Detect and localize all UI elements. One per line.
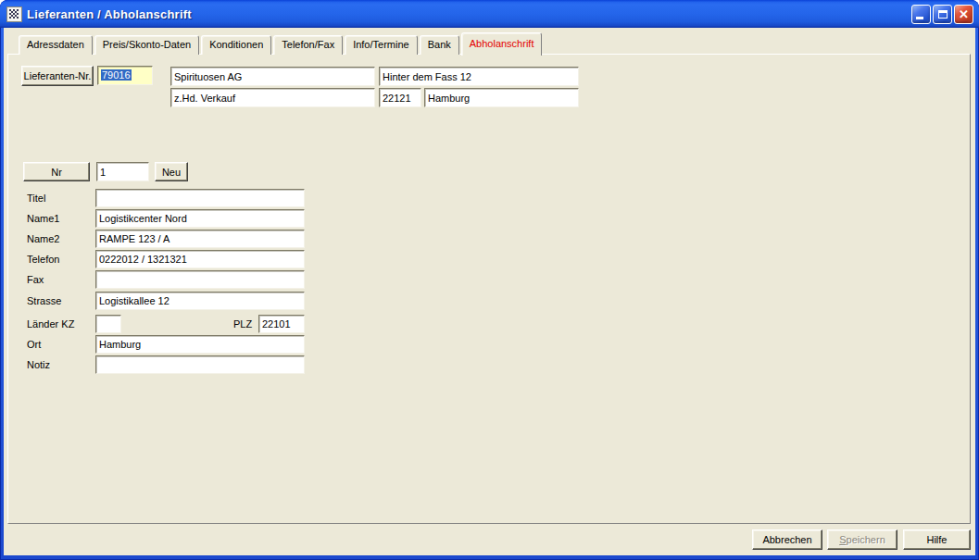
speichern-button-label: Speichern xyxy=(828,530,897,549)
name2-input[interactable] xyxy=(95,230,305,248)
neu-button-label: Neu xyxy=(156,164,187,180)
notiz-label: Notiz xyxy=(27,355,50,374)
plz-input[interactable] xyxy=(258,315,305,333)
speichern-button[interactable]: Speichern xyxy=(827,529,897,550)
strasse-input[interactable] xyxy=(95,292,305,310)
app-window: Lieferanten / Abholanschrift ✕ Adressdat… xyxy=(0,0,979,560)
title-bar[interactable]: Lieferanten / Abholanschrift ✕ xyxy=(0,0,979,28)
strasse-label: Strasse xyxy=(27,292,61,310)
supplier-street-field[interactable] xyxy=(379,67,579,86)
supplier-name-field[interactable] xyxy=(170,67,375,86)
window-title: Lieferanten / Abholanschrift xyxy=(27,7,911,21)
tab-telefon-fax[interactable]: Telefon/Fax xyxy=(273,35,343,55)
laender-kz-label: Länder KZ xyxy=(27,315,74,333)
nr-button[interactable]: Nr xyxy=(23,162,90,181)
ort-label: Ort xyxy=(27,335,41,354)
telefon-input[interactable] xyxy=(95,250,305,268)
maximize-icon xyxy=(938,10,948,19)
lieferanten-nr-field[interactable]: 79016 xyxy=(97,66,153,85)
plz-label: PLZ xyxy=(233,315,252,333)
lieferanten-nr-button-label: Lieferanten-Nr. xyxy=(22,67,93,85)
titel-input[interactable] xyxy=(95,189,305,207)
window-controls: ✕ xyxy=(911,5,973,24)
fax-label: Fax xyxy=(27,270,44,289)
tab-info-termine[interactable]: Info/Termine xyxy=(345,35,418,55)
neu-button[interactable]: Neu xyxy=(155,162,188,181)
maximize-button[interactable] xyxy=(933,5,952,24)
nr-button-label: Nr xyxy=(24,164,89,180)
fax-input[interactable] xyxy=(95,270,305,289)
lieferanten-nr-button[interactable]: Lieferanten-Nr. xyxy=(21,66,94,86)
titel-label: Titel xyxy=(27,189,45,207)
telefon-label: Telefon xyxy=(27,250,59,268)
hilfe-button-label: Hilfe xyxy=(904,530,970,549)
supplier-city-field[interactable] xyxy=(424,88,579,107)
notiz-input[interactable] xyxy=(95,355,305,374)
abbrechen-button[interactable]: Abbrechen xyxy=(752,529,822,550)
tab-bank[interactable]: Bank xyxy=(420,35,459,55)
tab-preis-skonto-daten[interactable]: Preis/Skonto-Daten xyxy=(94,35,199,55)
tab-bar: Adressdaten Preis/Skonto-Daten Kondition… xyxy=(19,31,544,55)
window-body: Adressdaten Preis/Skonto-Daten Kondition… xyxy=(4,28,975,555)
tab-abholanschrift[interactable]: Abholanschrift xyxy=(461,32,543,56)
hilfe-button[interactable]: Hilfe xyxy=(903,529,971,550)
supplier-plz-field[interactable] xyxy=(379,88,421,107)
laender-kz-input[interactable] xyxy=(95,315,121,333)
minimize-button[interactable] xyxy=(911,5,931,24)
lieferanten-nr-value: 79016 xyxy=(101,69,132,81)
close-icon: ✕ xyxy=(955,6,973,23)
abholanschrift-panel: Lieferanten-Nr. 79016 Nr Neu Titel Name1 xyxy=(7,54,971,524)
abbrechen-button-label: Abbrechen xyxy=(753,530,822,549)
name1-input[interactable] xyxy=(95,209,305,228)
supplier-attn-field[interactable] xyxy=(170,88,375,107)
ort-input[interactable] xyxy=(95,335,305,354)
name2-label: Name2 xyxy=(27,230,59,248)
app-icon xyxy=(6,6,22,22)
tab-adressdaten[interactable]: Adressdaten xyxy=(19,35,93,55)
close-button[interactable]: ✕ xyxy=(954,5,973,24)
nr-input[interactable] xyxy=(96,162,149,181)
tab-konditionen[interactable]: Konditionen xyxy=(201,35,271,55)
minimize-icon xyxy=(916,17,923,19)
name1-label: Name1 xyxy=(27,209,59,228)
